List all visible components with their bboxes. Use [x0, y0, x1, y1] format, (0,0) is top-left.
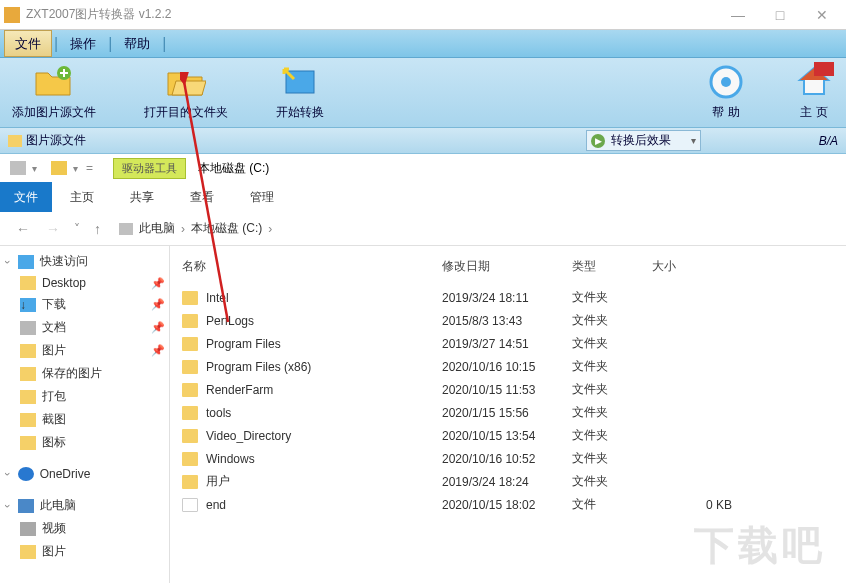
- chevron-down-icon: ▾: [73, 163, 78, 174]
- file-name: 用户: [206, 473, 230, 490]
- star-icon: [18, 255, 34, 269]
- up-button[interactable]: ↑: [86, 221, 109, 237]
- folder-icon: [182, 337, 198, 351]
- file-row[interactable]: Video_Directory2020/10/15 13:54文件夹: [182, 424, 834, 447]
- folder-icon: [8, 135, 22, 147]
- folder-icon: [182, 360, 198, 374]
- file-name: tools: [206, 406, 231, 420]
- sidebar-pictures-2[interactable]: 图片: [0, 540, 169, 563]
- file-date: 2019/3/24 18:11: [442, 291, 572, 305]
- file-type: 文件: [572, 496, 652, 513]
- sidebar-saved-pictures[interactable]: 保存的图片: [0, 362, 169, 385]
- column-size[interactable]: 大小: [652, 258, 732, 275]
- tab-home[interactable]: 主页: [52, 182, 112, 212]
- open-folder-button[interactable]: 打开目的文件夹: [144, 64, 228, 121]
- window-title: ZXT2007图片转换器 v1.2.2: [26, 6, 726, 23]
- sidebar-quick-access[interactable]: 快速访问: [0, 250, 169, 273]
- tab-manage[interactable]: 管理: [232, 182, 292, 212]
- sidebar-pictures[interactable]: 图片📌: [0, 339, 169, 362]
- tab-file[interactable]: 文件: [0, 182, 52, 212]
- menu-action[interactable]: 操作: [60, 30, 106, 57]
- menu-help[interactable]: 帮助: [114, 30, 160, 57]
- help-button[interactable]: 帮 助: [706, 64, 746, 121]
- file-type: 文件夹: [572, 289, 652, 306]
- file-date: 2020/1/15 15:56: [442, 406, 572, 420]
- folder-icon: [182, 475, 198, 489]
- breadcrumb-pc[interactable]: 此电脑: [139, 220, 175, 237]
- add-folder-icon: [34, 64, 74, 100]
- file-row[interactable]: Windows2020/10/16 10:52文件夹: [182, 447, 834, 470]
- column-date[interactable]: 修改日期: [442, 258, 572, 275]
- add-source-button[interactable]: 添加图片源文件: [12, 64, 96, 121]
- sidebar-screenshots[interactable]: 截图: [0, 408, 169, 431]
- help-icon: [706, 64, 746, 100]
- file-row[interactable]: 用户2019/3/24 18:24文件夹: [182, 470, 834, 493]
- file-type: 文件夹: [572, 473, 652, 490]
- file-name: RenderFarm: [206, 383, 273, 397]
- file-row[interactable]: Program Files (x86)2020/10/16 10:15文件夹: [182, 355, 834, 378]
- folder-icon: [182, 406, 198, 420]
- main-toolbar: 添加图片源文件 打开目的文件夹 开始转换 帮 助 主 页: [0, 58, 846, 128]
- flag-icon: [814, 62, 834, 76]
- column-name[interactable]: 名称: [182, 258, 442, 275]
- menu-file[interactable]: 文件: [4, 30, 52, 57]
- folder-icon: [182, 291, 198, 305]
- effect-dropdown[interactable]: ▶ 转换后效果 ▾: [586, 130, 701, 151]
- close-button[interactable]: ✕: [810, 3, 834, 27]
- file-type: 文件夹: [572, 312, 652, 329]
- drive-icon[interactable]: [10, 161, 26, 175]
- open-folder-icon: [166, 64, 206, 100]
- dropdown-arrow-icon: ▶: [591, 134, 605, 148]
- sidebar-icons[interactable]: 图标: [0, 431, 169, 454]
- file-type: 文件夹: [572, 404, 652, 421]
- back-button[interactable]: ←: [8, 221, 38, 237]
- start-convert-label: 开始转换: [276, 104, 324, 121]
- column-type[interactable]: 类型: [572, 258, 652, 275]
- drive-tools-pill[interactable]: 驱动器工具: [113, 158, 186, 179]
- pc-icon: [119, 223, 133, 235]
- explorer-quickaccess-bar: ▾ ▾ = 驱动器工具 本地磁盘 (C:): [0, 154, 846, 182]
- ba-label: B/A: [819, 134, 838, 148]
- file-date: 2020/10/16 10:52: [442, 452, 572, 466]
- tab-share[interactable]: 共享: [112, 182, 172, 212]
- file-name: Program Files: [206, 337, 281, 351]
- convert-icon: [280, 64, 320, 100]
- open-folder-label: 打开目的文件夹: [144, 104, 228, 121]
- file-row[interactable]: RenderFarm2020/10/15 11:53文件夹: [182, 378, 834, 401]
- pictures-icon: [20, 545, 36, 559]
- file-row[interactable]: Program Files2019/3/27 14:51文件夹: [182, 332, 834, 355]
- tab-view[interactable]: 查看: [172, 182, 232, 212]
- file-row[interactable]: Intel2019/3/24 18:11文件夹: [182, 286, 834, 309]
- sidebar-video[interactable]: 视频: [0, 517, 169, 540]
- pin-icon: 📌: [151, 277, 165, 290]
- file-type: 文件夹: [572, 427, 652, 444]
- dropdown-label: 转换后效果: [605, 132, 691, 149]
- file-row[interactable]: PerfLogs2015/8/3 13:43文件夹: [182, 309, 834, 332]
- watermark: 下载吧: [694, 518, 826, 573]
- pc-icon: [18, 499, 34, 513]
- source-label: 图片源文件: [26, 132, 86, 149]
- start-convert-button[interactable]: 开始转换: [276, 64, 324, 121]
- breadcrumb-drive[interactable]: 本地磁盘 (C:): [191, 220, 262, 237]
- forward-button[interactable]: →: [38, 221, 68, 237]
- sidebar-downloads[interactable]: ↓下载📌: [0, 293, 169, 316]
- folder-icon: [20, 413, 36, 427]
- minimize-button[interactable]: —: [726, 3, 750, 27]
- sidebar-desktop[interactable]: Desktop📌: [0, 273, 169, 293]
- folder-icon[interactable]: [51, 161, 67, 175]
- file-row[interactable]: tools2020/1/15 15:56文件夹: [182, 401, 834, 424]
- file-row[interactable]: end2020/10/15 18:02文件0 KB: [182, 493, 834, 516]
- sidebar-documents[interactable]: 文档📌: [0, 316, 169, 339]
- explorer-ribbon-tabs: 文件 主页 共享 查看 管理: [0, 182, 846, 212]
- sidebar-package[interactable]: 打包: [0, 385, 169, 408]
- pin-icon: 📌: [151, 298, 165, 311]
- video-icon: [20, 522, 36, 536]
- maximize-button[interactable]: □: [768, 3, 792, 27]
- onedrive-icon: [18, 467, 34, 481]
- folder-icon: [20, 390, 36, 404]
- sidebar-this-pc[interactable]: 此电脑: [0, 494, 169, 517]
- folder-icon: [182, 429, 198, 443]
- status-bar: 图片源文件 ▶ 转换后效果 ▾ B/A: [0, 128, 846, 154]
- download-icon: ↓: [20, 298, 36, 312]
- sidebar-onedrive[interactable]: OneDrive: [0, 464, 169, 484]
